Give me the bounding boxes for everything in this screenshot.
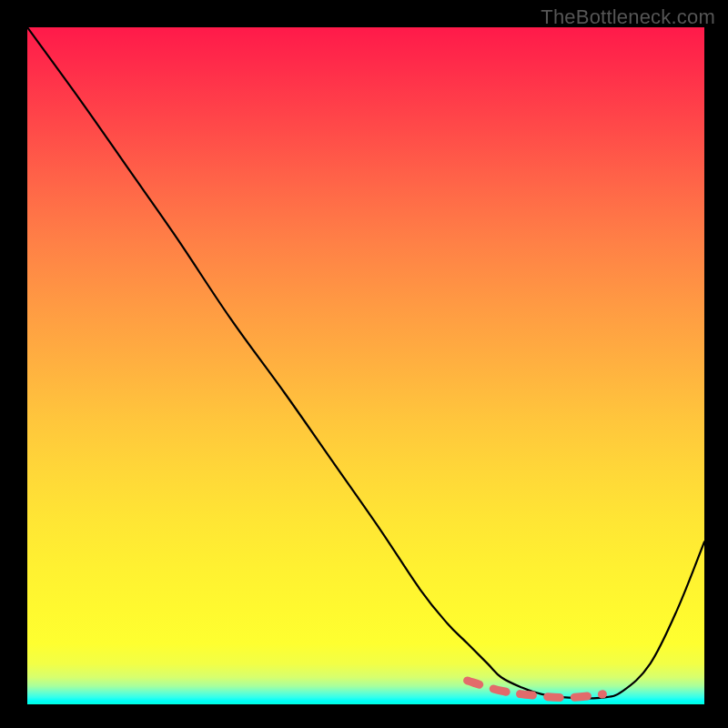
- watermark-text: TheBottleneck.com: [541, 5, 715, 29]
- plot-area: [27, 27, 704, 704]
- curve-svg: [27, 27, 704, 704]
- main-curve: [27, 27, 704, 698]
- flat-region-marker: [468, 681, 603, 698]
